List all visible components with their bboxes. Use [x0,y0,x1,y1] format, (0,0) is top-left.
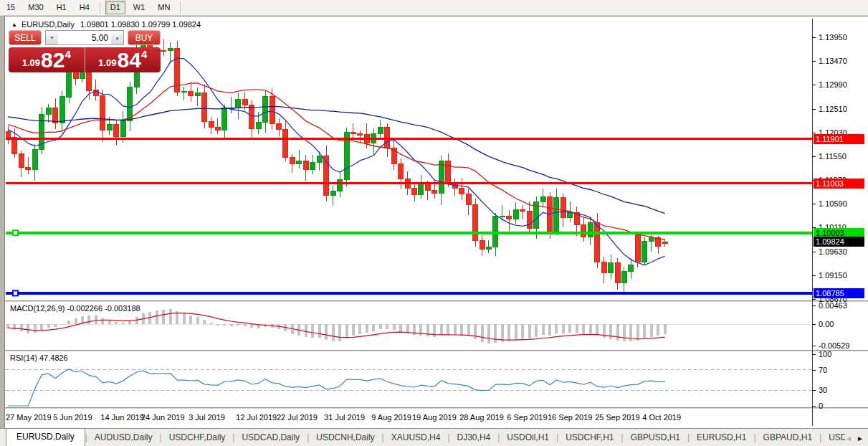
price-tick-dash [812,204,816,204]
tab-dj30-h4[interactable]: DJ30,H4 [450,430,498,446]
buy-price-box[interactable]: 1.09844 [85,47,161,72]
macd-tick-label: -0.00529 [819,341,849,351]
macd-tick-label: 0.00 [819,320,834,329]
mdi-left-gutter [0,16,5,428]
timeframe-button-15[interactable]: 15 [1,1,20,14]
price-tick-dash [812,133,816,133]
tab-eurusd-daily[interactable]: EURUSD,Daily [6,428,85,446]
price-tick-dash [812,85,816,85]
tab-usdoil-h1[interactable]: USDOil,H1 [500,430,556,446]
price-tick-dash [812,275,816,276]
tab-scroll-controls: ◄ ► [845,435,868,446]
sell-price-prefix: 1.09 [22,57,40,68]
date-tick-label: 12 Jul 2019 [236,413,277,422]
tab-usdjp[interactable]: USDJP [821,430,845,446]
timeframe-button-h4[interactable]: H4 [75,1,95,14]
rsi-tick-dash [812,406,816,407]
one-click-trading-panel: SELL ▼ ▲ BUY 1.09824 1.09844 [9,30,161,72]
date-tick-label: 22 Jul 2019 [277,413,318,422]
buy-price-prefix: 1.09 [98,57,116,68]
collapse-chart-icon[interactable]: ▲ [11,22,17,28]
price-tick-label: 1.11550 [819,152,846,161]
chart-symbol-label: EURUSD,Daily [22,20,75,29]
date-tick-label: 31 Jul 2019 [324,413,365,422]
sell-price-sup: 4 [65,48,70,60]
macd-label: MACD(12,26,9) -0.002266 -0.003188 [10,304,140,313]
price-level-badge: 1.11901 [814,134,864,144]
sell-price-box[interactable]: 1.09824 [9,47,85,72]
timeframe-button-d1[interactable]: D1 [105,1,125,14]
tabs-scroll-right-icon[interactable]: ► [857,435,864,443]
chart-tabs-bar: EURUSD,Daily|AUDUSD,Daily|USDCHF,Daily|U… [0,428,868,446]
price-tick-label: 1.10590 [819,199,847,209]
price-level-badge: 1.11003 [814,179,864,189]
rsi-tick-dash [812,390,816,391]
timeframe-button-m30[interactable]: M30 [23,1,48,14]
price-tick-label: 1.12510 [819,105,847,114]
chart-title: ▲EURUSD,Daily1.09801 1.09830 1.09799 1.0… [11,20,201,29]
macd-splitter[interactable] [5,300,868,302]
tab-xauusd-h4[interactable]: XAUUSD,H4 [384,430,448,446]
timeframe-button-mn[interactable]: MN [153,1,175,14]
tab-usdchf-daily[interactable]: USDCHF,Daily [162,430,233,446]
date-tick-label: 27 May 2019 [6,413,52,422]
price-tick-label: 1.12990 [819,80,847,90]
macd-tick-dash [812,346,816,346]
volume-increase-button[interactable]: ▲ [111,31,123,44]
buy-price-big: 84 [118,49,141,71]
price-tick-dash [812,109,816,110]
date-tick-label: 5 Jun 2019 [53,413,92,422]
date-tick-label: 19 Aug 2019 [412,413,457,422]
chart-ohlc-values: 1.09801 1.09830 1.09799 1.09824 [80,20,201,29]
tab-usdcnh-daily[interactable]: USDCNH,Daily [309,430,381,446]
date-tick-label: 14 Jun 2019 [100,413,144,422]
price-tick-label: 1.13950 [819,33,847,42]
date-tick-label: 3 Jul 2019 [189,413,225,422]
price-tick-dash [812,61,816,62]
price-tick-dash [812,37,816,38]
volume-decrease-button[interactable]: ▼ [46,31,58,44]
rsi-indicator-canvas[interactable] [6,351,812,407]
tab-audusd-daily[interactable]: AUDUSD,Daily [87,430,160,446]
price-tick-dash [812,299,816,300]
tab-gbpaud-h1[interactable]: GBPAUD,H1 [756,430,819,446]
price-level-badge: 1.08785 [814,288,864,298]
rsi-tick-label: 70 [819,366,827,375]
date-tick-label: 28 Aug 2019 [459,413,504,422]
macd-tick-label: 0.00463 [819,301,847,310]
volume-input[interactable] [58,31,111,44]
macd-tick-dash [812,324,816,325]
rsi-splitter[interactable] [5,350,868,351]
sell-price-big: 82 [41,49,65,71]
price-tick-dash [812,156,816,157]
tab-eurusd-h1[interactable]: EURUSD,H1 [690,430,753,446]
date-tick-label: 25 Sep 2019 [595,413,639,422]
price-axis: 1.139501.134701.129901.125101.120301.115… [812,19,868,426]
tab-usdcad-daily[interactable]: USDCAD,Daily [234,430,307,446]
tab-gbpusd-h1[interactable]: GBPUSD,H1 [624,430,687,446]
time-axis: 27 May 20195 Jun 201914 Jun 201924 Jun 2… [0,409,812,426]
hline-handle [13,290,18,295]
rsi-tick-dash [812,370,816,371]
chart-tabs: EURUSD,Daily|AUDUSD,Daily|USDCHF,Daily|U… [0,428,845,446]
hline-handle [13,230,18,235]
trading-terminal: { "toolbar": { "timeframes": [ {"label":… [0,0,868,446]
timeframe-button-w1[interactable]: W1 [128,1,151,14]
timeframe-toolbar: 15M30H1H4D1W1MN [0,0,868,16]
price-tick-dash [812,252,816,252]
volume-stepper: ▼ ▲ [45,30,124,45]
rsi-value: 47.4826 [39,354,68,362]
rsi-tick-label: 30 [819,386,827,395]
date-tick-label: 24 Jun 2019 [141,413,185,422]
rsi-tick-dash [812,354,816,355]
macd-values: -0.002266 -0.003188 [67,304,140,313]
date-tick-label: 9 Aug 2019 [371,413,411,422]
price-tick-label: 1.13470 [819,57,847,66]
timeframe-button-h1[interactable]: H1 [52,1,72,14]
tabs-scroll-left-icon[interactable]: ◄ [845,435,852,443]
tab-usdchf-h1[interactable]: USDCHF,H1 [558,430,621,446]
toolbar-separator [100,2,100,14]
rsi-label: RSI(14) 47.4826 [10,354,68,362]
buy-button[interactable]: BUY [128,30,161,45]
sell-button[interactable]: SELL [9,30,42,45]
